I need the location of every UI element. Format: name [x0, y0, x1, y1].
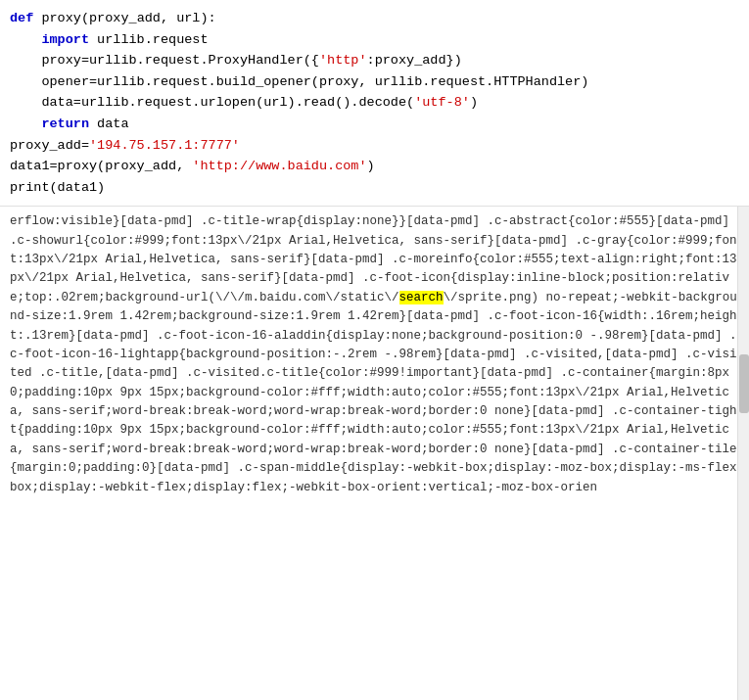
code-text: urllib.request	[89, 32, 209, 47]
code-text: data=urllib.request.urlopen(url).read().…	[10, 95, 414, 110]
code-line-5: data=urllib.request.urlopen(url).read().…	[10, 92, 739, 114]
code-text: proxy_add=	[10, 138, 89, 153]
string-utf8: 'utf-8'	[414, 95, 470, 110]
code-text: (proxy_add, url):	[81, 11, 216, 25]
code-line-3: proxy=urllib.request.ProxyHandler({'http…	[10, 50, 739, 71]
string-http: 'http'	[319, 53, 367, 68]
keyword-import: import	[41, 32, 89, 47]
string-url: 'http://www.baidu.com'	[192, 159, 366, 173]
code-text: proxy=urllib.request.ProxyHandler({	[10, 53, 319, 68]
code-line-6: return data	[10, 114, 739, 135]
code-indent	[10, 32, 41, 47]
code-top-block: def proxy(proxy_add, url): import urllib…	[0, 0, 749, 207]
css-text-content: erflow:visible}[data-pmd] .c-title-wrap{…	[10, 212, 739, 497]
code-text: )	[367, 159, 375, 173]
code-text: data1=proxy(proxy_add,	[10, 159, 192, 173]
code-bottom-block: erflow:visible}[data-pmd] .c-title-wrap{…	[0, 207, 749, 700]
code-text: opener=urllib.request.build_opener(proxy…	[10, 74, 588, 89]
code-line-4: opener=urllib.request.build_opener(proxy…	[10, 71, 739, 93]
code-line-1: def proxy(proxy_add, url):	[10, 8, 739, 29]
keyword-def: def	[10, 11, 41, 25]
search-highlight: search	[399, 291, 444, 304]
function-name: proxy	[41, 11, 81, 25]
string-ip: '194.75.157.1:7777'	[89, 138, 240, 153]
code-line-7: proxy_add='194.75.157.1:7777'	[10, 135, 739, 157]
code-line-8: data1=proxy(proxy_add, 'http://www.baidu…	[10, 156, 739, 177]
code-text: data	[89, 117, 129, 131]
code-line-9: print(data1)	[10, 177, 739, 199]
keyword-return: return	[41, 117, 89, 131]
code-text: )	[470, 95, 478, 110]
code-text: print(data1)	[10, 180, 105, 195]
code-line-2: import urllib.request	[10, 29, 739, 51]
code-container: def proxy(proxy_add, url): import urllib…	[0, 0, 749, 700]
code-indent	[10, 117, 41, 131]
scrollbar-thumb[interactable]	[739, 354, 749, 413]
scrollbar[interactable]	[737, 207, 749, 700]
code-text: :proxy_add})	[367, 53, 462, 68]
